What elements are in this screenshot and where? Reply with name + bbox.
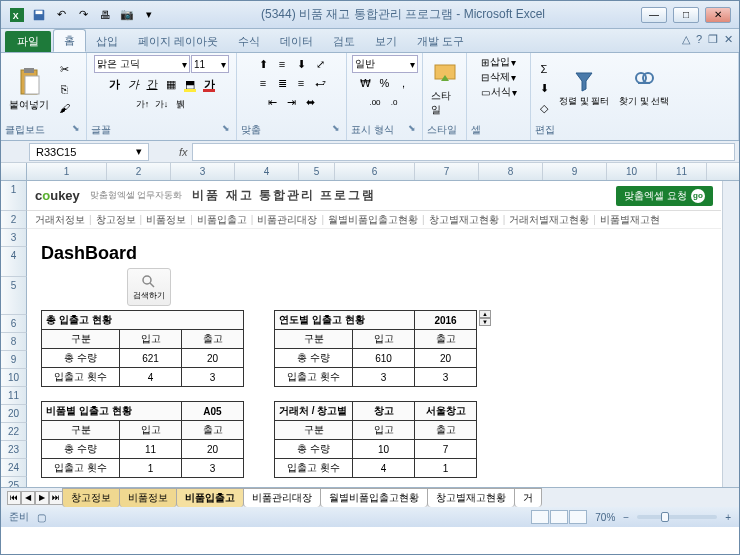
tab-home[interactable]: 홈 [53,29,86,52]
col-header[interactable]: 5 [299,163,335,180]
row-header[interactable]: 10 [1,369,27,387]
sort-filter-button[interactable]: 정렬 및 필터 [555,67,613,110]
row-header[interactable]: 24 [1,459,27,477]
redo-icon[interactable]: ↷ [73,5,93,25]
nav-link[interactable]: 거래처별재고현황 [509,213,589,227]
row-header[interactable]: 11 [1,387,27,405]
clipboard-launcher[interactable]: ⬊ [70,123,82,137]
cut-icon[interactable]: ✂ [55,61,73,79]
tab-nav-last[interactable]: ⏭ [49,491,63,505]
year-spinner[interactable]: ▲▼ [479,310,491,326]
search-button[interactable]: 검색하기 [127,268,171,306]
font-color-button[interactable]: 가 [200,75,218,93]
restore-window-icon[interactable]: ❐ [708,33,718,46]
indent-increase-icon[interactable]: ⇥ [283,93,301,111]
align-top-icon[interactable]: ⬆ [254,55,272,73]
number-launcher[interactable]: ⬊ [406,123,418,137]
font-name-combo[interactable]: 맑은 고딕▾ [94,55,190,73]
tab-insert[interactable]: 삽입 [86,31,128,52]
name-box[interactable]: R33C15▾ [29,143,149,161]
tab-formulas[interactable]: 수식 [228,31,270,52]
font-launcher[interactable]: ⬊ [220,123,232,137]
formula-bar[interactable] [192,143,735,161]
align-center-icon[interactable]: ≣ [273,74,291,92]
comma-icon[interactable]: , [395,74,413,92]
percent-icon[interactable]: % [376,74,394,92]
italic-button[interactable]: 가 [124,75,142,93]
camera-icon[interactable]: 📷 [117,5,137,25]
format-painter-icon[interactable]: 🖌 [55,99,73,117]
zoom-thumb[interactable] [661,512,669,522]
help-icon[interactable]: ? [696,33,702,46]
clear-icon[interactable]: ◇ [535,100,553,118]
indent-decrease-icon[interactable]: ⇤ [264,93,282,111]
font-size-combo[interactable]: 11▾ [191,55,229,73]
page-break-view-button[interactable] [569,510,587,524]
tab-nav-next[interactable]: ▶ [35,491,49,505]
vertical-scrollbar[interactable] [722,181,739,487]
row-header[interactable]: 9 [1,351,27,369]
align-right-icon[interactable]: ≡ [292,74,310,92]
row-header[interactable]: 2 [1,211,27,229]
minimize-ribbon-icon[interactable]: △ [682,33,690,46]
tab-data[interactable]: 데이터 [270,31,323,52]
format-cells-button[interactable]: ▭ 서식 ▾ [481,85,517,99]
page-layout-view-button[interactable] [550,510,568,524]
styles-button[interactable]: 스타일 [427,59,462,119]
row-header[interactable]: 6 [1,315,27,333]
nav-link[interactable]: 월별비품입출고현황 [328,213,418,227]
tab-pagelayout[interactable]: 페이지 레이아웃 [128,31,228,52]
save-icon[interactable] [29,5,49,25]
number-format-combo[interactable]: 일반▾ [352,55,418,73]
nav-link[interactable]: 거래처정보 [35,213,85,227]
row-header[interactable]: 25 [1,477,27,487]
col-header[interactable]: 4 [235,163,299,180]
row-header[interactable]: 5 [1,277,27,315]
close-button[interactable]: ✕ [705,7,731,23]
sheet-tab[interactable]: 거 [514,488,542,507]
nav-link[interactable]: 비품정보 [146,213,186,227]
increase-decimal-icon[interactable]: .00 [366,93,384,111]
close-workbook-icon[interactable]: ✕ [724,33,733,46]
nav-link[interactable]: 창고별재고현황 [429,213,499,227]
align-launcher[interactable]: ⬊ [330,123,342,137]
select-all-corner[interactable] [1,163,27,180]
tab-view[interactable]: 보기 [365,31,407,52]
maximize-button[interactable]: □ [673,7,699,23]
zoom-out-button[interactable]: − [623,512,629,523]
align-bottom-icon[interactable]: ⬇ [292,55,310,73]
col-header[interactable]: 11 [657,163,707,180]
excel-icon[interactable]: X [7,5,27,25]
row-header[interactable]: 1 [1,181,27,211]
zoom-slider[interactable] [637,515,717,519]
qat-more-icon[interactable]: ▾ [139,5,159,25]
sheet-tab[interactable]: 비품입출고 [176,488,244,507]
col-header[interactable]: 8 [479,163,543,180]
row-header[interactable]: 20 [1,405,27,423]
sheet-tab[interactable]: 창고별재고현황 [427,488,515,507]
insert-cells-button[interactable]: ⊞ 삽입 ▾ [481,55,516,69]
spinner-down-icon[interactable]: ▼ [479,318,491,326]
find-select-button[interactable]: 찾기 및 선택 [615,67,673,110]
nav-link[interactable]: 비품별재고현 [600,213,660,227]
autosum-icon[interactable]: Σ [535,60,553,78]
currency-icon[interactable]: ₩ [357,74,375,92]
phonetic-icon[interactable]: 뷁 [172,95,190,113]
wrap-text-icon[interactable]: ⮐ [311,74,329,92]
nav-link[interactable]: 비품관리대장 [257,213,317,227]
sheet-tab[interactable]: 비품관리대장 [243,488,321,507]
zoom-level[interactable]: 70% [595,512,615,523]
align-left-icon[interactable]: ≡ [254,74,272,92]
delete-cells-button[interactable]: ⊟ 삭제 ▾ [481,70,516,84]
align-middle-icon[interactable]: ≡ [273,55,291,73]
request-button[interactable]: 맞춤엑셀 요청go [616,186,713,206]
tab-file[interactable]: 파일 [5,31,51,52]
fx-icon[interactable]: fx [179,146,188,158]
row-header[interactable]: 22 [1,423,27,441]
grow-font-icon[interactable]: 가↑ [134,95,152,113]
normal-view-button[interactable] [531,510,549,524]
col-header[interactable]: 6 [335,163,415,180]
col-header[interactable]: 2 [107,163,171,180]
border-button[interactable]: ▦ [162,75,180,93]
col-header[interactable]: 10 [607,163,657,180]
